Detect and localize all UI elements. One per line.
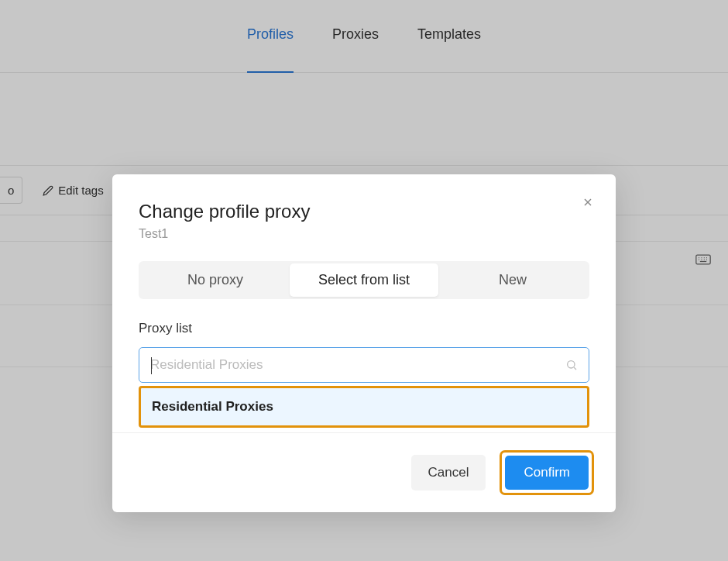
- svg-line-13: [574, 367, 576, 370]
- segment-select-from-list[interactable]: Select from list: [290, 263, 438, 297]
- change-proxy-modal: Change profile proxy Test1 No proxy Sele…: [112, 174, 616, 512]
- confirm-button-highlight: Confirm: [500, 450, 594, 495]
- proxy-search-box[interactable]: [139, 347, 589, 383]
- proxy-option-residential[interactable]: Residential Proxies: [139, 386, 589, 428]
- close-button[interactable]: [579, 193, 597, 212]
- proxy-mode-segmented: No proxy Select from list New: [139, 261, 589, 299]
- search-icon: [565, 359, 578, 371]
- cancel-button[interactable]: Cancel: [411, 455, 486, 490]
- modal-footer: Cancel Confirm: [112, 432, 616, 512]
- svg-point-12: [568, 361, 575, 368]
- segment-no-proxy[interactable]: No proxy: [141, 263, 290, 297]
- modal-overlay: Change profile proxy Test1 No proxy Sele…: [0, 0, 728, 561]
- modal-title: Change profile proxy: [139, 201, 589, 222]
- proxy-list-label: Proxy list: [139, 321, 589, 336]
- confirm-button[interactable]: Confirm: [505, 456, 589, 490]
- proxy-search-input[interactable]: [150, 357, 565, 373]
- segment-new[interactable]: New: [438, 263, 587, 297]
- modal-body: Change profile proxy Test1 No proxy Sele…: [112, 174, 616, 432]
- modal-subtitle: Test1: [139, 227, 589, 241]
- close-icon: [582, 196, 594, 208]
- text-cursor: [151, 357, 152, 374]
